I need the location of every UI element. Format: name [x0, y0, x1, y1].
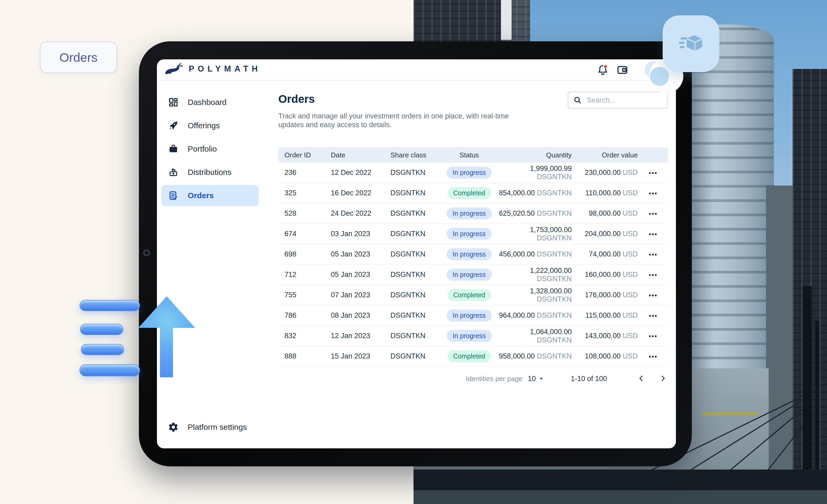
- table-row[interactable]: 528 24 Dec 2022 DSGNTKN In progress 625,…: [278, 203, 668, 224]
- row-actions-button[interactable]: [647, 313, 659, 320]
- distributions-icon: [168, 167, 179, 178]
- table-row[interactable]: 755 07 Jan 2023 DSGNTKN Completed 1,328,…: [278, 285, 668, 306]
- cell-order-id: 755: [278, 291, 325, 299]
- next-page-button[interactable]: [658, 373, 668, 384]
- cell-status: Completed: [445, 289, 493, 301]
- rocket-icon: [168, 120, 179, 131]
- bridge-mast: [815, 321, 819, 493]
- per-page-value: 10: [528, 375, 536, 383]
- dashboard-grid-icon: [168, 97, 179, 108]
- tower-window-bands: [682, 25, 773, 373]
- orders-floating-chip: Orders: [40, 41, 117, 73]
- decor-3d-bar: [81, 344, 124, 355]
- sidebar-item-distributions[interactable]: Distributions: [161, 162, 259, 183]
- status-badge: In progress: [447, 269, 491, 281]
- per-page-label: Identities per page: [466, 375, 523, 383]
- orders-document-icon: [168, 190, 179, 201]
- table-row[interactable]: 674 03 Jan 2023 DSGNTKN In progress 1,75…: [278, 224, 668, 244]
- cell-order-value: 160,000.00 USD: [572, 270, 638, 279]
- status-badge: In progress: [447, 330, 491, 342]
- notifications-button[interactable]: [596, 63, 610, 77]
- cell-actions: [638, 168, 668, 177]
- sidebar-item-orders[interactable]: Orders: [161, 185, 259, 206]
- table-row[interactable]: 888 15 Jan 2023 DSGNTKN Completed 958,00…: [278, 346, 668, 367]
- cell-order-id: 236: [278, 168, 325, 177]
- cell-order-id: 674: [278, 230, 325, 238]
- per-page-select[interactable]: 10: [528, 375, 544, 383]
- sidebar-item-portfolio[interactable]: Portfolio: [161, 138, 259, 159]
- cell-share-class: DSGNTKN: [384, 311, 445, 319]
- cell-order-value: 108,000.00 USD: [572, 352, 638, 360]
- cell-order-id: 786: [278, 311, 325, 319]
- cell-order-value: 110,000.00 USD: [572, 189, 638, 197]
- cell-order-value: 115,000.00 USD: [572, 311, 638, 319]
- cell-share-class: DSGNTKN: [384, 209, 445, 217]
- table-row[interactable]: 832 12 Jan 2023 DSGNTKN In progress 1,06…: [278, 326, 668, 346]
- brand-logo: POLYMATH: [164, 62, 261, 76]
- table-row[interactable]: 325 16 Dec 2022 DSGNTKN Completed 854,00…: [278, 183, 668, 203]
- row-actions-button[interactable]: [647, 211, 659, 218]
- sidebar-item-dashboard[interactable]: Dashboard: [161, 92, 259, 113]
- ellipsis-icon: [648, 233, 658, 236]
- orders-table: Order ID Date Share class Status Quantit…: [278, 147, 668, 367]
- row-actions-button[interactable]: [647, 190, 659, 197]
- row-actions-button[interactable]: [647, 272, 659, 279]
- cell-order-value: 143,000.00 USD: [572, 332, 638, 340]
- cell-actions: [638, 270, 668, 279]
- fast-delivery-badge: [663, 15, 719, 72]
- briefcase-icon: [168, 144, 179, 154]
- decor-circle-blue: [650, 67, 669, 86]
- ellipsis-icon: [648, 335, 658, 338]
- row-actions-button[interactable]: [647, 251, 659, 259]
- gear-icon: [168, 422, 179, 433]
- row-actions-button[interactable]: [647, 292, 659, 299]
- pagination-bar: Identities per page 10 1-10 of 100: [278, 371, 668, 387]
- search-box[interactable]: [568, 92, 668, 109]
- cell-date: 07 Jan 2023: [325, 291, 384, 299]
- cell-quantity: 1,753,000.00 DSGNTKN: [493, 226, 572, 242]
- row-actions-button[interactable]: [647, 170, 659, 177]
- bridge-mast: [802, 286, 812, 493]
- crane-arm: [702, 412, 758, 415]
- bull-logo-icon: [164, 62, 185, 76]
- cell-status: In progress: [445, 228, 493, 240]
- row-actions-button[interactable]: [647, 353, 659, 361]
- cell-actions: [638, 209, 668, 218]
- status-badge: Completed: [447, 350, 491, 362]
- column-header-date: Date: [325, 151, 384, 159]
- cell-status: In progress: [445, 309, 493, 321]
- decor-3d-bar: [80, 324, 123, 335]
- ellipsis-icon: [648, 192, 658, 195]
- table-body: 236 12 Dec 2022 DSGNTKN In progress 1,99…: [278, 163, 668, 367]
- chevron-down-icon: [538, 376, 544, 382]
- cell-date: 12 Jan 2023: [325, 332, 384, 340]
- row-actions-button[interactable]: [647, 231, 659, 238]
- cell-share-class: DSGNTKN: [384, 332, 445, 340]
- pagination-range: 1-10 of 100: [571, 375, 607, 383]
- bell-icon: [597, 64, 609, 76]
- cell-share-class: DSGNTKN: [384, 291, 445, 299]
- previous-page-button[interactable]: [636, 373, 646, 384]
- status-badge: In progress: [447, 248, 491, 260]
- sidebar-item-label: Dashboard: [188, 98, 227, 107]
- chevron-right-icon: [659, 374, 667, 383]
- table-row[interactable]: 698 05 Jan 2023 DSGNTKN In progress 456,…: [278, 244, 668, 265]
- table-row[interactable]: 712 05 Jan 2023 DSGNTKN In progress 1,22…: [278, 265, 668, 285]
- cell-order-value: 98,000.00 USD: [572, 209, 638, 217]
- row-actions-button[interactable]: [647, 333, 659, 340]
- platform-settings-button[interactable]: Platform settings: [168, 419, 247, 436]
- sidebar-item-offerings[interactable]: Offerings: [161, 115, 259, 136]
- cell-order-id: 325: [278, 189, 325, 197]
- decor-3d-bar: [80, 364, 140, 376]
- cell-share-class: DSGNTKN: [384, 230, 445, 238]
- cell-status: In progress: [445, 167, 493, 179]
- app-header: POLYMATH: [157, 59, 676, 81]
- table-row[interactable]: 786 08 Jan 2023 DSGNTKN In progress 964,…: [278, 306, 668, 326]
- chevron-left-icon: [637, 374, 645, 383]
- cell-status: Completed: [445, 187, 493, 199]
- search-input[interactable]: [586, 96, 661, 105]
- cell-actions: [638, 250, 668, 259]
- cell-order-id: 888: [278, 352, 325, 360]
- table-row[interactable]: 236 12 Dec 2022 DSGNTKN In progress 1,99…: [278, 163, 668, 183]
- wallet-button[interactable]: [616, 63, 629, 77]
